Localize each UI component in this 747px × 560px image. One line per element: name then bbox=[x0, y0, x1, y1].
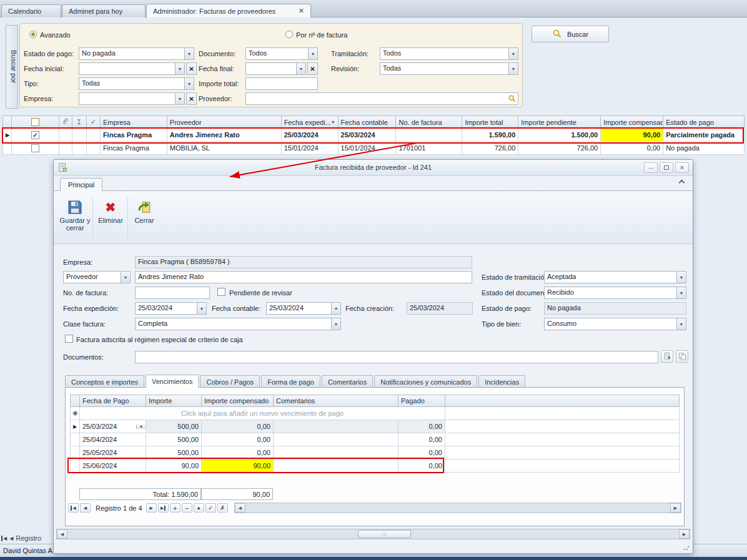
next-record-icon[interactable]: ▶ bbox=[146, 503, 157, 513]
chevron-down-icon[interactable]: ▼ bbox=[121, 272, 130, 283]
collapse-ribbon-chevron-icon[interactable] bbox=[680, 180, 684, 185]
clear-fecha-final-icon[interactable]: ✕ bbox=[307, 62, 318, 75]
last-record-icon[interactable]: ▶ bbox=[158, 503, 169, 513]
confirm-edit-icon[interactable]: ✓ bbox=[205, 503, 216, 513]
scroll-thumb[interactable]: ⁞⁞⁞ bbox=[358, 530, 411, 538]
chevron-down-icon[interactable]: ▼ bbox=[296, 63, 305, 74]
pendiente-revisar-checkbox[interactable] bbox=[217, 288, 225, 296]
col-header-importe-compensado[interactable]: Importe compensado bbox=[601, 115, 663, 129]
reviewed-column-header[interactable]: ✓ bbox=[87, 115, 101, 129]
reviewed-cell[interactable] bbox=[87, 129, 101, 142]
cell-comentarios[interactable] bbox=[274, 459, 398, 473]
tab-incidencias[interactable]: Incidencias bbox=[478, 375, 525, 388]
venc-row[interactable]: 25/04/2024 500,00 0,00 0,00 bbox=[70, 433, 680, 446]
chevron-down-icon[interactable]: ▼ bbox=[197, 303, 206, 314]
cancel-edit-icon[interactable]: ✗ bbox=[217, 503, 228, 513]
append-record-icon[interactable]: + bbox=[170, 503, 181, 513]
cell-proveedor[interactable]: MOBILIA, SL bbox=[167, 142, 282, 155]
tab-principal[interactable]: Principal bbox=[60, 178, 102, 191]
search-icon[interactable] bbox=[508, 94, 517, 104]
tab-calendario[interactable]: Calendario bbox=[1, 4, 61, 17]
cell-importe-compensado[interactable]: 0,00 bbox=[202, 446, 274, 459]
cell-importe-total[interactable]: 726,00 bbox=[462, 142, 518, 155]
scroll-left-icon[interactable]: ◀ bbox=[57, 529, 67, 539]
col-header-estado-pago[interactable]: Estado de pago bbox=[663, 115, 745, 129]
delete-record-icon[interactable]: − bbox=[182, 503, 192, 513]
dlg-no-factura-input[interactable] bbox=[135, 287, 210, 299]
cell-fecha-pago[interactable]: 25/06/2024 bbox=[80, 459, 146, 473]
chevron-down-icon[interactable]: ▼ bbox=[331, 318, 340, 330]
tab-conceptos-importes[interactable]: Conceptos e importes bbox=[65, 375, 144, 388]
restore-icon[interactable] bbox=[660, 162, 673, 173]
new-row-prompt[interactable]: Click aquí para añadir un nuevo vencimie… bbox=[80, 407, 445, 420]
cell-fecha-expedicion[interactable]: 25/03/2024 bbox=[282, 129, 339, 142]
row-select-cell[interactable] bbox=[12, 142, 59, 155]
cell-importe-total[interactable]: 1.590,00 bbox=[462, 129, 518, 142]
buscar-por-vertical-tab[interactable]: Buscar por bbox=[6, 25, 18, 109]
select-all-checkbox[interactable] bbox=[31, 118, 39, 126]
scroll-track[interactable]: ⁞⁞⁞ bbox=[67, 529, 679, 539]
cell-no-factura[interactable] bbox=[396, 129, 462, 142]
col-header-comentarios[interactable]: Comentarios bbox=[274, 395, 398, 407]
minimize-icon[interactable]: — bbox=[644, 162, 658, 173]
select-all-header[interactable] bbox=[12, 115, 59, 129]
tramitacion-select[interactable]: Todos▼ bbox=[380, 47, 518, 60]
cell-importe[interactable]: 500,00 bbox=[146, 420, 202, 433]
fecha-contable-picker[interactable]: 25/03/2024▼ bbox=[266, 302, 341, 315]
cell-fecha-contable[interactable]: 25/03/2024 bbox=[339, 129, 397, 142]
criterio-caja-checkbox[interactable] bbox=[65, 335, 73, 343]
row-select-cell[interactable]: ✓ bbox=[12, 129, 59, 142]
cell-comentarios[interactable] bbox=[274, 433, 398, 446]
cell-importe-compensado[interactable]: 0,00 bbox=[202, 420, 274, 433]
attachment-column-header[interactable] bbox=[59, 115, 72, 129]
cell-importe-pendiente[interactable]: 1.500,00 bbox=[518, 129, 601, 142]
estado-pago-select[interactable]: No pagada▼ bbox=[79, 47, 194, 60]
attachment-cell[interactable] bbox=[59, 129, 72, 142]
fecha-inicial-picker[interactable]: ▼ bbox=[79, 62, 185, 75]
col-header-fecha-contable[interactable]: Fecha contable bbox=[339, 115, 397, 129]
scroll-right-icon[interactable]: ▶ bbox=[670, 503, 681, 513]
cell-no-factura[interactable]: 1701001 bbox=[396, 142, 462, 155]
chevron-down-icon[interactable]: ▼ bbox=[508, 48, 518, 59]
col-header-pagado[interactable]: Pagado bbox=[398, 395, 445, 407]
cell-importe-compensado[interactable]: 0,00 bbox=[202, 433, 274, 446]
cell-comentarios[interactable] bbox=[274, 446, 398, 459]
cell-importe[interactable]: 500,00 bbox=[146, 446, 202, 459]
scroll-left-icon[interactable]: ◀ bbox=[235, 503, 245, 513]
estado-documento-select[interactable]: Recibido▼ bbox=[544, 287, 686, 299]
clear-fecha-inicial-icon[interactable]: ✕ bbox=[186, 62, 197, 75]
chevron-down-icon[interactable]: ▼ bbox=[676, 287, 686, 298]
chevron-down-icon[interactable]: ▼ bbox=[136, 425, 146, 429]
first-record-icon[interactable]: ◀ bbox=[68, 503, 79, 513]
fecha-expedicion-picker[interactable]: 25/03/2024▼ bbox=[135, 302, 207, 315]
eliminar-button[interactable]: ✖ Eliminar bbox=[95, 194, 126, 242]
chevron-down-icon[interactable]: ▼ bbox=[676, 318, 686, 330]
tab-vencimientos[interactable]: Vencimientos bbox=[146, 375, 199, 388]
chevron-down-icon[interactable]: ▼ bbox=[508, 63, 518, 74]
resize-grip[interactable] bbox=[683, 544, 690, 551]
cell-fecha-expedicion[interactable]: 15/01/2024 bbox=[282, 142, 339, 155]
cell-comentarios[interactable] bbox=[274, 420, 398, 433]
col-header-no-factura[interactable]: No. de factura bbox=[396, 115, 462, 129]
chevron-down-icon[interactable]: ▼ bbox=[676, 272, 686, 283]
edit-record-icon[interactable]: ▲ bbox=[194, 503, 204, 513]
cell-estado-pago[interactable]: No pagada bbox=[663, 142, 745, 155]
tab-comentarios[interactable]: Comentarios bbox=[322, 375, 373, 388]
tab-adminet[interactable]: Adminet para hoy bbox=[62, 4, 146, 17]
tipo-bien-select[interactable]: Consumo▼ bbox=[544, 318, 686, 330]
tab-cobros-pagos[interactable]: Cobros / Pagos bbox=[200, 375, 260, 388]
cell-fecha-pago[interactable]: 25/04/2024 bbox=[80, 433, 146, 446]
cell-importe-compensado-highlighted[interactable]: 90,00 bbox=[202, 459, 274, 473]
new-row[interactable]: ✳ Click aquí para añadir un nuevo vencim… bbox=[70, 407, 680, 420]
dialog-title-bar[interactable]: Factura recibida de proveedor - Id 241 —… bbox=[54, 160, 693, 176]
cell-empresa[interactable]: Fincas Pragma bbox=[101, 129, 167, 142]
cell-estado-pago[interactable]: Parcialmente pagada bbox=[663, 129, 745, 142]
cell-fecha-contable[interactable]: 15/01/2024 bbox=[339, 142, 397, 155]
tipo-select[interactable]: Todas▼ bbox=[79, 77, 194, 90]
attachment-cell[interactable] bbox=[59, 142, 72, 155]
estado-tramitacion-select[interactable]: Aceptada▼ bbox=[544, 271, 686, 283]
dlg-proveedor-field[interactable]: Andres Jimenez Rato bbox=[135, 271, 472, 283]
empresa-select[interactable]: ▼ bbox=[79, 92, 185, 105]
col-header-importe-compensado[interactable]: Importe compensado bbox=[202, 395, 274, 407]
tab-facturas-proveedores[interactable]: Administrador: Facturas de proveedores ✕ bbox=[146, 4, 311, 17]
